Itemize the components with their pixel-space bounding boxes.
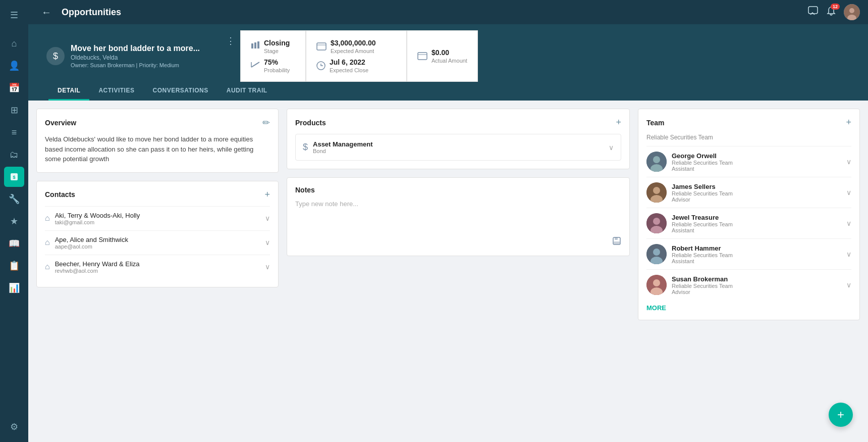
member-role-1: Advisor	[672, 197, 733, 203]
svg-point-4	[849, 8, 854, 13]
member-chevron-4[interactable]: ∨	[846, 281, 851, 289]
contact-home-icon-1: ⌂	[45, 238, 50, 247]
contact-item-1: ⌂ Ape, Alice and Smithwick aape@aol.com …	[45, 230, 270, 255]
grid-icon[interactable]: ⊞	[4, 100, 24, 120]
contact-name-2: Beecher, Henry Ward & Eliza	[55, 260, 140, 268]
member-avatar-4	[646, 275, 667, 295]
main-content: ← Opportunities 12 $ Move her bond ladde…	[28, 0, 868, 442]
notes-footer	[295, 236, 621, 248]
member-chevron-0[interactable]: ∨	[846, 158, 851, 166]
contacts-list: ⌂ Aki, Terry & Woods-Aki, Holly taki@gma…	[45, 206, 270, 279]
contact-home-icon-2: ⌂	[45, 262, 50, 271]
member-left-0: George Orwell Reliable Securities Team A…	[646, 152, 733, 172]
svg-point-20	[653, 156, 660, 163]
menu-icon[interactable]: ☰	[4, 5, 24, 25]
member-team-0: Reliable Securities Team	[672, 160, 733, 166]
star-icon[interactable]: ★	[4, 211, 24, 231]
contact-home-icon-0: ⌂	[45, 214, 50, 223]
member-name-4: Susan Brokerman	[672, 275, 733, 283]
top-bar-right: 12	[807, 4, 860, 20]
report-icon[interactable]: 📋	[4, 256, 24, 276]
overview-card: Overview ✏ Velda Oldebucks' would like t…	[36, 109, 279, 173]
notifications-button[interactable]: 12	[826, 6, 837, 19]
expected-close-pair: Jul 6, 2022 Expected Close	[330, 58, 368, 73]
svg-rect-6	[251, 43, 253, 48]
expected-amount-row: $3,000,000.00 Expected Amount	[316, 39, 396, 54]
notes-card: Notes	[287, 177, 630, 256]
tab-audit-trail[interactable]: AUDIT TRAIL	[218, 82, 277, 101]
member-left-4: Susan Brokerman Reliable Securities Team…	[646, 275, 733, 295]
contact-email-2: revhwb@aol.com	[55, 268, 140, 274]
contact-chevron-2[interactable]: ∨	[265, 263, 270, 271]
chart-icon[interactable]: 📊	[4, 278, 24, 298]
member-name-2: Jewel Treasure	[672, 214, 733, 221]
product-chevron-0[interactable]: ∨	[609, 143, 614, 152]
fab-button[interactable]: +	[829, 403, 853, 427]
overview-text: Velda Oldebucks' would like to move her …	[45, 134, 270, 164]
list-icon[interactable]: ≡	[4, 122, 24, 142]
member-role-0: Assistant	[672, 166, 733, 172]
contacts-add-button[interactable]: +	[264, 189, 270, 200]
amount-close-card: $3,000,000.00 Expected Amount Jul 6, 202…	[306, 30, 407, 82]
product-item-0: $ Asset Management Bond ∨	[295, 134, 621, 161]
products-title: Products	[295, 119, 326, 127]
home-icon[interactable]: ⌂	[4, 33, 24, 54]
probability-icon	[251, 60, 260, 72]
opp-menu-button[interactable]: ⋮	[226, 35, 235, 46]
settings-icon[interactable]: ⚙	[4, 417, 24, 437]
actual-amount-card: $0.00 Actual Amount	[407, 30, 478, 82]
crm-icon[interactable]: $	[4, 167, 24, 187]
probability-value: 75%	[264, 58, 290, 66]
expected-close-value: Jul 6, 2022	[330, 58, 368, 66]
tab-activities[interactable]: ACTIVITIES	[89, 82, 143, 101]
person-icon[interactable]: 👤	[4, 56, 24, 76]
products-card: Products + $ Asset Management Bond ∨	[287, 109, 630, 169]
product-left-0: $ Asset Management Bond	[303, 140, 373, 154]
member-chevron-3[interactable]: ∨	[846, 250, 851, 258]
team-add-button[interactable]: +	[846, 117, 851, 128]
actual-amount-label: Actual Amount	[431, 58, 467, 64]
team-subtitle: Reliable Securities Team	[646, 134, 851, 141]
member-info-3: Robert Hammer Reliable Securities Team A…	[672, 244, 733, 264]
chat-button[interactable]	[807, 6, 819, 19]
member-chevron-1[interactable]: ∨	[846, 188, 851, 197]
member-team-3: Reliable Securities Team	[672, 252, 733, 258]
svg-point-32	[653, 279, 660, 286]
tab-conversations[interactable]: CONVERSATIONS	[143, 82, 217, 101]
opp-info-text: Move her bond ladder to a more... Oldebu…	[71, 44, 200, 68]
team-member-1: James Sellers Reliable Securities Team A…	[646, 177, 851, 208]
svg-rect-8	[257, 41, 259, 48]
notes-input[interactable]	[295, 200, 621, 230]
book-icon[interactable]: 📖	[4, 233, 24, 254]
notes-header: Notes	[295, 186, 621, 194]
opportunity-card: $ Move her bond ladder to a more... Olde…	[38, 30, 858, 82]
folder-icon[interactable]: 🗂	[4, 144, 24, 165]
expected-amount-pair: $3,000,000.00 Expected Amount	[331, 39, 376, 54]
calendar-icon[interactable]: 📅	[4, 78, 24, 98]
contact-chevron-0[interactable]: ∨	[265, 214, 270, 222]
contacts-card: Contacts + ⌂ Aki, Terry & Woods-Aki, Hol…	[36, 181, 279, 287]
wrench-icon[interactable]: 🔧	[4, 189, 24, 209]
stage-pair: Closing Stage	[264, 39, 290, 54]
contacts-title: Contacts	[45, 190, 75, 199]
member-name-3: Robert Hammer	[672, 244, 733, 252]
products-add-button[interactable]: +	[616, 117, 621, 128]
member-avatar-0	[646, 152, 667, 172]
expected-close-row: Jul 6, 2022 Expected Close	[316, 58, 396, 73]
actual-amount-value: $0.00	[431, 48, 467, 57]
team-member-4: Susan Brokerman Reliable Securities Team…	[646, 269, 851, 300]
overview-edit-button[interactable]: ✏	[262, 117, 270, 128]
stage-value: Closing	[264, 39, 290, 47]
tab-detail[interactable]: DETAIL	[48, 82, 89, 101]
left-column: Overview ✏ Velda Oldebucks' would like t…	[36, 109, 279, 287]
overview-header: Overview ✏	[45, 117, 270, 128]
member-chevron-2[interactable]: ∨	[846, 219, 851, 227]
member-name-0: George Orwell	[672, 152, 733, 160]
back-button[interactable]: ←	[36, 2, 57, 22]
expected-amount-label: Expected Amount	[331, 48, 376, 54]
opp-title: Move her bond ladder to a more...	[71, 44, 200, 53]
user-avatar[interactable]	[844, 4, 860, 20]
notes-save-button[interactable]	[612, 236, 621, 248]
contact-chevron-1[interactable]: ∨	[265, 238, 270, 247]
team-more-button[interactable]: MORE	[646, 300, 851, 312]
